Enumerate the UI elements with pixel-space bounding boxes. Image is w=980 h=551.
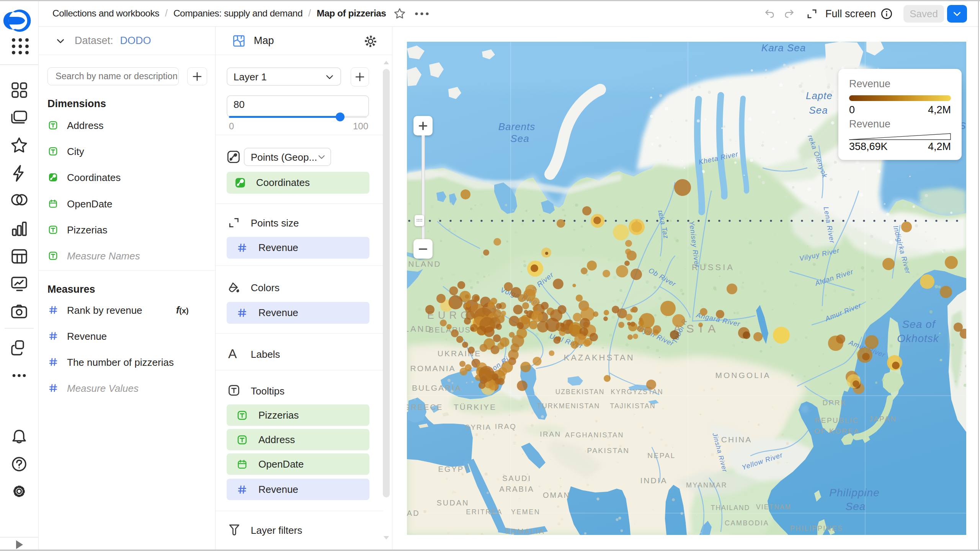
svg-text:UZBEKISTAN: UZBEKISTAN	[555, 388, 605, 396]
svg-text:REPUBLIC: REPUBLIC	[815, 416, 859, 424]
svg-text:DPRK: DPRK	[823, 399, 847, 407]
svg-text:KAZAKHSTAN: KAZAKHSTAN	[564, 353, 634, 362]
svg-text:BULGARIA: BULGARIA	[412, 383, 462, 392]
svg-text:Lapte: Lapte	[806, 90, 833, 101]
svg-text:CAMBODIA: CAMBODIA	[725, 519, 769, 527]
svg-text:Philippine: Philippine	[829, 487, 879, 499]
svg-text:SYRIA: SYRIA	[465, 423, 492, 431]
svg-text:AFGHANISTAN: AFGHANISTAN	[565, 431, 624, 439]
svg-text:MYANMAR: MYANMAR	[686, 481, 727, 489]
svg-text:PAKISTAN: PAKISTAN	[587, 447, 629, 455]
svg-text:ERITREA: ERITREA	[466, 508, 503, 516]
svg-text:IRAN: IRAN	[540, 430, 561, 438]
svg-text:CHINA: CHINA	[721, 435, 752, 444]
svg-text:Barents: Barents	[498, 121, 536, 132]
svg-text:TÜRKIYE: TÜRKIYE	[454, 403, 497, 411]
svg-text:Okhotsk: Okhotsk	[897, 333, 939, 344]
svg-text:INDIA: INDIA	[640, 476, 667, 485]
svg-text:ROMANIA: ROMANIA	[410, 364, 456, 373]
svg-text:OMAN: OMAN	[543, 491, 570, 499]
svg-text:Sea: Sea	[846, 500, 866, 512]
svg-text:YEMEN: YEMEN	[511, 508, 541, 516]
svg-text:SAUDI: SAUDI	[502, 474, 531, 483]
svg-text:TAJIKISTAN: TAJIKISTAN	[610, 402, 655, 410]
svg-text:KYRGYZSTAN: KYRGYZSTAN	[611, 388, 663, 396]
svg-text:SUDAN: SUDAN	[436, 499, 469, 507]
svg-text:Kara Sea: Kara Sea	[761, 42, 806, 54]
svg-text:ARABIA: ARABIA	[499, 485, 534, 493]
svg-text:FINLAND: FINLAND	[407, 259, 441, 268]
svg-text:MONGOLIA: MONGOLIA	[715, 371, 771, 380]
svg-text:GREECE: GREECE	[407, 403, 443, 411]
svg-text:EGYPT: EGYPT	[438, 465, 470, 473]
svg-text:THAILAND: THAILAND	[711, 504, 750, 512]
svg-text:HAD: HAD	[407, 509, 420, 517]
svg-text:NEPAL: NEPAL	[647, 452, 675, 460]
svg-text:VIETNAM: VIETNAM	[756, 503, 791, 511]
svg-text:JAPAN: JAPAN	[869, 415, 897, 423]
svg-text:TURKMENISTAN: TURKMENISTAN	[537, 402, 600, 410]
svg-text:OF KOREA: OF KOREA	[814, 427, 859, 435]
svg-text:Sea: Sea	[809, 104, 828, 116]
svg-text:IRAQ: IRAQ	[495, 422, 516, 430]
svg-text:Sea of: Sea of	[902, 318, 936, 330]
svg-text:Sea: Sea	[510, 133, 529, 144]
svg-text:PHILIPPINES: PHILIPPINES	[790, 525, 843, 532]
svg-text:SOMALIA: SOMALIA	[505, 527, 545, 535]
